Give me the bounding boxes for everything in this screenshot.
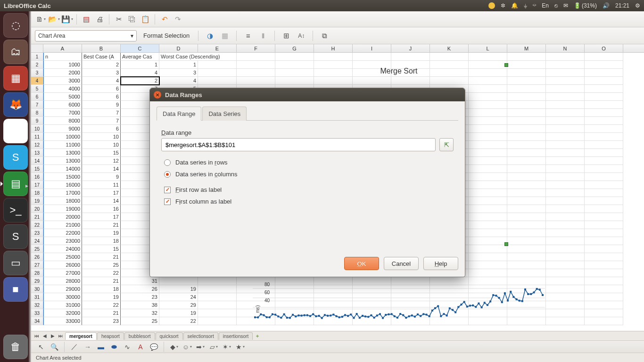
cell[interactable]: 19 bbox=[82, 229, 121, 237]
cell[interactable] bbox=[507, 117, 546, 125]
chart-handle[interactable] bbox=[504, 242, 508, 246]
cell[interactable] bbox=[507, 181, 546, 189]
cell[interactable]: n bbox=[43, 53, 82, 61]
sheet-tab[interactable]: mergesort bbox=[65, 332, 97, 340]
bell-icon[interactable]: 🔔 bbox=[511, 2, 518, 9]
cell[interactable] bbox=[469, 125, 507, 133]
select-all-corner[interactable] bbox=[31, 44, 43, 52]
symbol-shapes-icon[interactable]: ☺ bbox=[182, 342, 192, 352]
cell[interactable]: Worst Case (Descending) bbox=[159, 53, 237, 61]
cell[interactable] bbox=[585, 101, 623, 109]
terminal-icon[interactable]: >_ bbox=[3, 198, 28, 222]
cell[interactable]: 16 bbox=[82, 205, 121, 213]
wifi-icon[interactable]: ⌔ bbox=[533, 2, 536, 9]
cell[interactable] bbox=[469, 181, 507, 189]
cell[interactable] bbox=[507, 189, 546, 197]
cell[interactable] bbox=[469, 269, 507, 277]
cell[interactable]: 6 bbox=[82, 93, 121, 101]
cell[interactable] bbox=[198, 69, 237, 77]
cell[interactable]: 11000 bbox=[43, 141, 82, 149]
cell[interactable] bbox=[469, 93, 507, 101]
row-header[interactable]: 2 bbox=[31, 61, 43, 69]
cell[interactable] bbox=[585, 317, 623, 325]
cell[interactable] bbox=[585, 61, 623, 69]
column-header[interactable]: O bbox=[585, 44, 623, 52]
cell[interactable] bbox=[585, 293, 623, 301]
skype-icon[interactable]: S bbox=[3, 145, 28, 170]
cell[interactable]: 29000 bbox=[43, 285, 82, 293]
cell[interactable] bbox=[585, 69, 623, 77]
paste-icon[interactable]: 📋 bbox=[140, 14, 151, 25]
cell[interactable]: 6 bbox=[82, 85, 121, 93]
cell[interactable] bbox=[546, 165, 585, 173]
cell[interactable]: 14 bbox=[82, 197, 121, 205]
row-header[interactable]: 29 bbox=[31, 277, 43, 285]
cell[interactable]: 9000 bbox=[43, 125, 82, 133]
tab-nav-next-icon[interactable]: ▶ bbox=[49, 333, 57, 338]
app-icon[interactable]: ■ bbox=[3, 277, 28, 302]
cell[interactable] bbox=[546, 101, 585, 109]
row-header[interactable]: 15 bbox=[31, 165, 43, 173]
network-icon[interactable]: ⏚ bbox=[524, 2, 527, 9]
cell[interactable] bbox=[585, 165, 623, 173]
cell[interactable] bbox=[546, 61, 585, 69]
cell[interactable]: 18000 bbox=[43, 197, 82, 205]
cell[interactable] bbox=[198, 77, 237, 85]
cell[interactable]: 20000 bbox=[43, 213, 82, 221]
cell[interactable] bbox=[585, 261, 623, 269]
gear-icon[interactable]: ⚙ bbox=[635, 2, 640, 9]
cell[interactable] bbox=[585, 173, 623, 181]
cell[interactable]: 23000 bbox=[43, 237, 82, 245]
cell[interactable] bbox=[469, 253, 507, 261]
row-header[interactable]: 17 bbox=[31, 181, 43, 189]
row-header[interactable]: 26 bbox=[31, 253, 43, 261]
format-selection-button[interactable]: Format Selection bbox=[140, 31, 192, 41]
sheet-tab[interactable]: bubblesort bbox=[124, 332, 155, 340]
cell[interactable] bbox=[585, 181, 623, 189]
cell[interactable]: 21 bbox=[82, 253, 121, 261]
cell[interactable]: 4000 bbox=[43, 85, 82, 93]
cell[interactable] bbox=[546, 173, 585, 181]
row-header[interactable]: 5 bbox=[31, 85, 43, 93]
cell[interactable] bbox=[507, 157, 546, 165]
cell[interactable] bbox=[546, 77, 585, 85]
cell[interactable] bbox=[546, 221, 585, 229]
cell[interactable] bbox=[507, 253, 546, 261]
tab-nav-prev-icon[interactable]: ◀ bbox=[41, 333, 49, 338]
cell[interactable] bbox=[507, 229, 546, 237]
chart-title[interactable]: Merge Sort bbox=[267, 67, 531, 75]
column-header[interactable]: B bbox=[82, 44, 121, 52]
cell[interactable] bbox=[507, 93, 546, 101]
cell[interactable]: 8000 bbox=[43, 117, 82, 125]
workspace-icon[interactable]: ▭ bbox=[3, 251, 28, 275]
legend-icon[interactable]: A↕ bbox=[296, 30, 307, 41]
cell[interactable] bbox=[507, 269, 546, 277]
chart-data-icon[interactable]: ▦ bbox=[219, 30, 231, 41]
cell[interactable] bbox=[275, 53, 314, 61]
column-header[interactable]: I bbox=[353, 44, 391, 52]
cell[interactable] bbox=[585, 277, 623, 285]
cell[interactable]: 2 bbox=[82, 61, 121, 69]
cell[interactable] bbox=[546, 93, 585, 101]
cell[interactable] bbox=[585, 213, 623, 221]
cell[interactable] bbox=[469, 189, 507, 197]
cell[interactable] bbox=[507, 133, 546, 141]
cell[interactable] bbox=[585, 93, 623, 101]
cell[interactable]: 3 bbox=[82, 69, 121, 77]
cell[interactable] bbox=[585, 189, 623, 197]
cell[interactable]: 1 bbox=[121, 61, 159, 69]
chart-element-selector[interactable]: Chart Area ▾ bbox=[35, 30, 137, 41]
cell[interactable] bbox=[585, 205, 623, 213]
cell[interactable] bbox=[546, 301, 585, 309]
cell[interactable]: 22000 bbox=[43, 229, 82, 237]
cell[interactable] bbox=[585, 237, 623, 245]
cell[interactable] bbox=[507, 109, 546, 117]
cell[interactable] bbox=[469, 157, 507, 165]
bluetooth-icon[interactable]: ⎋ bbox=[554, 2, 558, 9]
column-header[interactable]: J bbox=[391, 44, 430, 52]
add-sheet-icon[interactable]: ＋ bbox=[253, 333, 262, 339]
ok-button[interactable]: OKOK bbox=[344, 257, 379, 270]
cell[interactable] bbox=[546, 309, 585, 317]
cell[interactable]: 17 bbox=[82, 189, 121, 197]
cell[interactable] bbox=[469, 213, 507, 221]
